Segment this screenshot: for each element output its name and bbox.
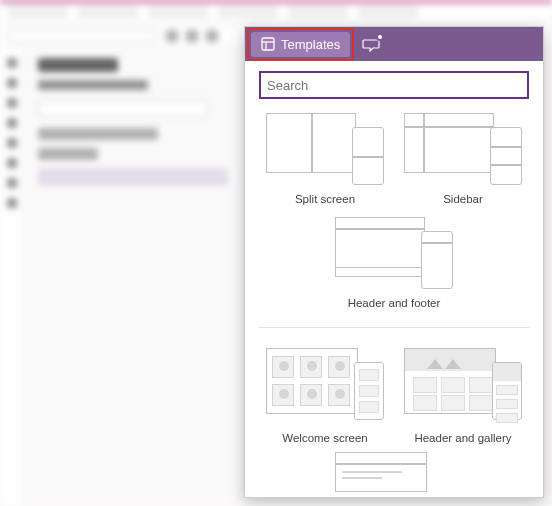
templates-panel-header: Templates bbox=[245, 27, 543, 61]
template-label: Header and gallery bbox=[414, 432, 511, 444]
template-card-partial[interactable] bbox=[334, 452, 454, 492]
template-card-header-footer[interactable]: Header and footer bbox=[319, 213, 469, 309]
svg-rect-0 bbox=[262, 38, 274, 50]
templates-panel-body: Split screen Sidebar Header and footer bbox=[245, 61, 543, 497]
templates-icon bbox=[261, 37, 275, 51]
copilot-badge bbox=[376, 33, 384, 41]
template-thumb bbox=[266, 109, 384, 187]
template-card-sidebar[interactable]: Sidebar bbox=[403, 109, 523, 205]
templates-panel: Templates Split screen bbox=[244, 26, 544, 498]
template-label: Sidebar bbox=[443, 193, 483, 205]
template-thumb bbox=[335, 452, 453, 492]
template-card-header-gallery[interactable]: Header and gallery bbox=[403, 348, 523, 444]
template-thumb bbox=[404, 348, 522, 426]
template-thumb bbox=[404, 109, 522, 187]
template-thumb bbox=[266, 348, 384, 426]
section-divider bbox=[259, 327, 529, 328]
copilot-button[interactable] bbox=[356, 31, 386, 57]
templates-tab-label: Templates bbox=[281, 37, 340, 52]
template-label: Split screen bbox=[295, 193, 355, 205]
template-card-welcome-screen[interactable]: Welcome screen bbox=[265, 348, 385, 444]
templates-search-box[interactable] bbox=[259, 71, 529, 99]
template-thumb bbox=[335, 213, 453, 291]
template-card-split-screen[interactable]: Split screen bbox=[265, 109, 385, 205]
templates-grid: Split screen Sidebar Header and footer bbox=[259, 109, 529, 492]
template-label: Header and footer bbox=[348, 297, 441, 309]
templates-search-input[interactable] bbox=[267, 78, 521, 93]
templates-tab[interactable]: Templates bbox=[251, 32, 350, 57]
template-label: Welcome screen bbox=[282, 432, 367, 444]
